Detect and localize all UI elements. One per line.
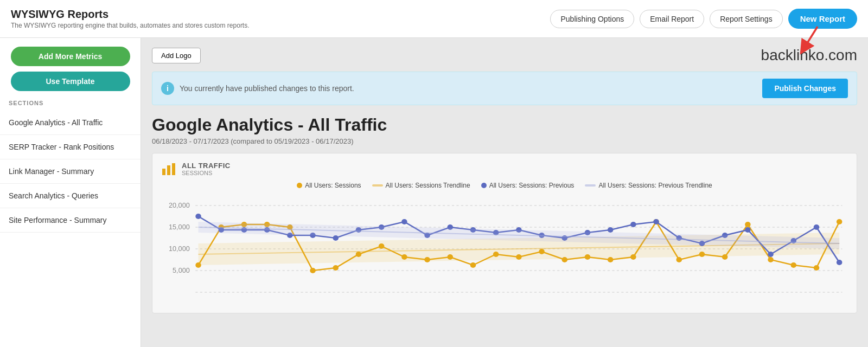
svg-text:15,000: 15,000	[169, 223, 190, 231]
svg-point-67	[745, 227, 751, 233]
chart-area: 20,000 15,000 10,000 5,000	[161, 195, 848, 305]
legend-line-prev-trendline	[585, 184, 596, 187]
app-subtitle: The WYSIWYG reporting engine that builds…	[11, 22, 250, 29]
svg-rect-2	[162, 169, 165, 175]
header: WYSIWYG Reports The WYSIWYG reporting en…	[0, 0, 868, 38]
chart-bar-icon	[161, 161, 176, 176]
sidebar-item-serp-tracker[interactable]: SERP Tracker - Rank Positions	[0, 135, 141, 159]
legend-label-prev-trendline: All Users: Sessions: Previous Trendline	[598, 182, 712, 189]
svg-point-39	[768, 257, 774, 262]
svg-point-43	[195, 214, 201, 219]
legend-label-trendline: All Users: Sessions Trendline	[386, 182, 470, 189]
sidebar-item-google-analytics[interactable]: Google Analytics - All Traffic	[0, 111, 141, 135]
info-message: You currently have published changes to …	[180, 84, 354, 93]
svg-point-41	[814, 265, 820, 271]
report-settings-button[interactable]: Report Settings	[710, 10, 783, 28]
info-bar: i You currently have published changes t…	[152, 72, 857, 105]
legend-item-trendline: All Users: Sessions Trendline	[372, 182, 470, 189]
main-content: Add Logo backlinko.com i You currently h…	[141, 38, 868, 347]
svg-text:5,000: 5,000	[173, 267, 190, 274]
svg-rect-3	[167, 165, 170, 175]
svg-point-70	[814, 224, 820, 230]
sidebar-item-link-manager[interactable]: Link Manager - Summary	[0, 159, 141, 184]
sidebar-item-site-performance[interactable]: Site Performance - Summary	[0, 208, 141, 233]
email-report-button[interactable]: Email Report	[640, 10, 704, 28]
svg-point-61	[608, 227, 614, 233]
chart-svg: 20,000 15,000 10,000 5,000	[161, 195, 848, 303]
site-name: backlinko.com	[761, 47, 857, 64]
info-bar-left: i You currently have published changes t…	[161, 82, 354, 95]
legend-line-trendline	[372, 184, 383, 187]
legend-item-prev-trendline: All Users: Sessions: Previous Trendline	[585, 182, 712, 189]
sidebar-item-search-analytics[interactable]: Search Analytics - Queries	[0, 184, 141, 208]
svg-point-52	[401, 219, 407, 224]
add-logo-button[interactable]: Add Logo	[152, 48, 201, 63]
legend-label-sessions: All Users: Sessions	[305, 182, 361, 189]
header-right: Publishing Options Email Report Report S…	[550, 9, 857, 29]
layout: Add More Metrics Use Template SECTIONS G…	[0, 38, 868, 347]
svg-point-68	[768, 252, 774, 257]
chart-legend: All Users: Sessions All Users: Sessions …	[161, 182, 848, 189]
chart-sublabel: SESSIONS	[182, 170, 231, 176]
new-report-button[interactable]: New Report	[788, 9, 857, 29]
svg-point-42	[837, 219, 843, 224]
svg-point-26	[470, 262, 476, 268]
legend-item-sessions-prev: All Users: Sessions: Previous	[481, 182, 575, 189]
section-title: Google Analytics - All Traffic	[152, 115, 857, 135]
svg-rect-4	[172, 163, 175, 175]
section-date: 06/18/2023 - 07/17/2023 (compared to 05/…	[152, 137, 857, 145]
svg-point-35	[676, 257, 682, 262]
sidebar: Add More Metrics Use Template SECTIONS G…	[0, 38, 141, 347]
legend-label-sessions-prev: All Users: Sessions: Previous	[489, 182, 575, 189]
publish-changes-button[interactable]: Publish Changes	[762, 79, 848, 98]
logo-row: Add Logo backlinko.com	[152, 47, 857, 64]
use-template-button[interactable]: Use Template	[11, 72, 130, 91]
chart-label: ALL TRAFFIC	[182, 162, 231, 170]
info-icon: i	[161, 82, 174, 95]
svg-point-20	[333, 265, 339, 271]
sections-label: SECTIONS	[0, 100, 141, 111]
app-title: WYSIWYG Reports	[11, 8, 250, 21]
svg-point-63	[653, 219, 659, 224]
chart-header: ALL TRAFFIC SESSIONS	[161, 161, 848, 176]
legend-item-sessions: All Users: Sessions	[297, 182, 361, 189]
svg-point-40	[791, 262, 797, 268]
add-more-metrics-button[interactable]: Add More Metrics	[11, 47, 130, 66]
header-left: WYSIWYG Reports The WYSIWYG reporting en…	[11, 8, 250, 29]
svg-point-71	[837, 260, 843, 265]
svg-text:10,000: 10,000	[169, 245, 190, 253]
svg-point-19	[310, 268, 316, 273]
svg-point-62	[630, 222, 636, 227]
publishing-options-button[interactable]: Publishing Options	[550, 10, 634, 28]
svg-point-38	[745, 222, 751, 227]
legend-dot-sessions-prev	[481, 183, 487, 188]
legend-dot-sessions	[297, 183, 302, 188]
svg-text:20,000: 20,000	[169, 202, 190, 209]
chart-card: ALL TRAFFIC SESSIONS All Users: Sessions…	[152, 153, 857, 313]
chart-title-block: ALL TRAFFIC SESSIONS	[182, 162, 231, 176]
